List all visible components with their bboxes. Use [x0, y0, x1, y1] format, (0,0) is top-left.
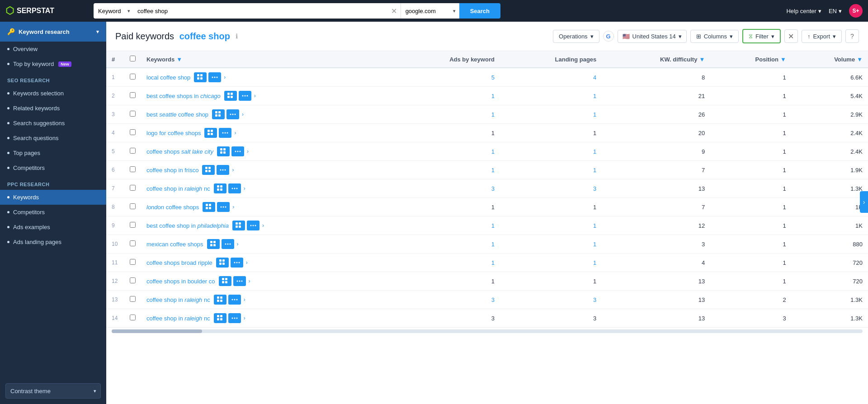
position-sort[interactable]: Position ▼ [716, 56, 786, 63]
search-input[interactable] [134, 3, 387, 19]
col-header-position[interactable]: Position ▼ [710, 51, 791, 68]
keyword-grid-button[interactable] [202, 165, 215, 175]
row-checkbox[interactable] [130, 111, 136, 117]
row-checkbox[interactable] [130, 166, 136, 172]
scrollbar-thumb[interactable] [112, 329, 202, 333]
col-header-check[interactable] [124, 51, 141, 68]
filter-clear-button[interactable]: ✕ [784, 29, 798, 43]
keyword-more-button[interactable] [247, 221, 259, 230]
row-checkbox[interactable] [130, 240, 136, 246]
keyword-more-button[interactable] [217, 165, 229, 175]
keyword-grid-button[interactable] [204, 128, 217, 138]
keyword-expand-arrow[interactable]: › [254, 93, 256, 99]
keyword-grid-button[interactable] [194, 72, 207, 82]
landing-pages-value[interactable]: 1 [593, 148, 596, 155]
keyword-expand-arrow[interactable]: › [246, 259, 248, 266]
language-selector[interactable]: EN ▾ [829, 8, 842, 14]
landing-pages-value[interactable]: 3 [593, 185, 596, 192]
keyword-link-end[interactable]: nc [202, 315, 210, 322]
keyword-link[interactable]: coffee shop in frisco [146, 167, 198, 174]
sidebar-item-related-keywords[interactable]: Related keywords [0, 101, 106, 116]
ads-value[interactable]: 1 [491, 111, 495, 118]
keyword-expand-arrow[interactable]: › [244, 296, 245, 303]
ads-value[interactable]: 1 [491, 222, 495, 229]
keyword-link-end[interactable]: coffee shop [177, 111, 209, 118]
keyword-more-button[interactable] [208, 72, 221, 82]
keyword-grid-button[interactable] [203, 202, 215, 212]
user-avatar[interactable]: S+ [849, 4, 863, 18]
row-checkbox[interactable] [130, 203, 136, 209]
export-button[interactable]: ↑ Export ▾ [802, 30, 842, 43]
sidebar-item-search-suggestions[interactable]: Search suggestions [0, 116, 106, 131]
sidebar-item-ads-landing-pages[interactable]: Ads landing pages [0, 235, 106, 249]
ads-value[interactable]: 3 [491, 185, 495, 192]
keyword-more-button[interactable] [233, 276, 246, 286]
keyword-link-italic[interactable]: raleigh [184, 296, 202, 303]
keyword-grid-button[interactable] [224, 91, 237, 101]
keyword-link[interactable]: coffee shops in boulder co [146, 278, 215, 285]
col-header-ads[interactable]: Ads by keyword [391, 51, 500, 68]
sidebar-item-top-pages[interactable]: Top pages [0, 146, 106, 160]
domain-dropdown[interactable]: google.com google.co.uk [401, 3, 459, 19]
keyword-link[interactable]: coffee shop in [146, 296, 184, 303]
horizontal-scrollbar[interactable] [112, 329, 863, 333]
keyword-more-button[interactable] [222, 239, 234, 249]
keyword-more-button[interactable] [228, 295, 241, 305]
landing-pages-value[interactable]: 1 [593, 111, 596, 118]
keyword-link-italic[interactable]: philadelphia [198, 222, 229, 229]
keyword-more-button[interactable] [217, 202, 230, 212]
keyword-expand-arrow[interactable]: › [244, 185, 245, 192]
search-type-dropdown[interactable]: Keyword Domain URL [94, 3, 134, 19]
keyword-link[interactable]: best coffee shop in [146, 222, 198, 229]
keyword-more-button[interactable] [231, 258, 243, 268]
keyword-expand-arrow[interactable]: › [249, 278, 250, 284]
row-checkbox[interactable] [130, 74, 136, 80]
keyword-more-button[interactable] [231, 146, 244, 156]
help-button[interactable]: ? [845, 29, 859, 43]
sidebar-item-search-questions[interactable]: Search questions [0, 131, 106, 146]
keyword-expand-arrow[interactable]: › [262, 222, 264, 229]
sidebar-item-top-by-keyword[interactable]: Top by keyword New [0, 56, 106, 71]
operations-button[interactable]: Operations ▾ [553, 30, 599, 43]
keyword-grid-button[interactable] [214, 295, 226, 305]
keyword-link-italic[interactable]: seattle [159, 111, 176, 118]
keyword-link[interactable]: coffee shops [146, 148, 181, 155]
keyword-link-italic[interactable]: salt lake city [181, 148, 213, 155]
col-header-landing[interactable]: Landing pages [500, 51, 602, 68]
row-checkbox[interactable] [130, 315, 136, 320]
landing-pages-value[interactable]: 1 [593, 222, 596, 229]
keyword-link-end[interactable]: nc [202, 185, 210, 192]
keyword-link-italic[interactable]: raleigh [184, 185, 202, 192]
select-all-checkbox[interactable] [130, 56, 136, 61]
keyword-link[interactable]: mexican coffee shops [146, 241, 203, 248]
keyword-link[interactable]: best coffee shops in [146, 93, 200, 99]
keyword-grid-button[interactable] [232, 221, 245, 230]
keyword-more-button[interactable] [239, 91, 251, 101]
help-center-link[interactable]: Help center ▾ [786, 8, 821, 14]
landing-pages-value[interactable]: 1 [593, 241, 596, 248]
ads-value[interactable]: 1 [491, 259, 495, 266]
keyword-more-button[interactable] [226, 109, 239, 119]
ads-value[interactable]: 1 [491, 93, 495, 99]
search-button[interactable]: Search [459, 3, 500, 19]
keyword-link-italic[interactable]: chicago [200, 93, 221, 99]
contrast-theme-dropdown[interactable]: Contrast theme Light theme Dark theme [5, 383, 101, 399]
row-checkbox[interactable] [130, 129, 136, 135]
sidebar-item-ads-examples[interactable]: Ads examples [0, 220, 106, 235]
keyword-grid-button[interactable] [219, 276, 231, 286]
filter-button[interactable]: ⧖ Filter ▾ [742, 29, 781, 43]
keyword-link[interactable]: logo for coffee shops [146, 130, 201, 136]
col-header-keywords[interactable]: Keywords ▼ [141, 51, 391, 68]
keyword-expand-arrow[interactable]: › [237, 241, 239, 247]
row-checkbox[interactable] [130, 259, 136, 265]
info-icon[interactable]: ℹ [236, 33, 238, 40]
keyword-grid-button[interactable] [214, 183, 226, 193]
keyword-link[interactable]: coffee shop in [146, 315, 184, 322]
keyword-grid-button[interactable] [217, 146, 230, 156]
sidebar-item-seo-competitors[interactable]: Competitors [0, 160, 106, 175]
keyword-link[interactable]: best [146, 111, 159, 118]
kw-diff-sort[interactable]: KW. difficulty ▼ [607, 56, 705, 63]
col-header-volume[interactable]: Volume ▼ [792, 51, 868, 68]
keyword-link-italic[interactable]: london [146, 204, 164, 211]
keyword-expand-arrow[interactable]: › [242, 111, 244, 117]
